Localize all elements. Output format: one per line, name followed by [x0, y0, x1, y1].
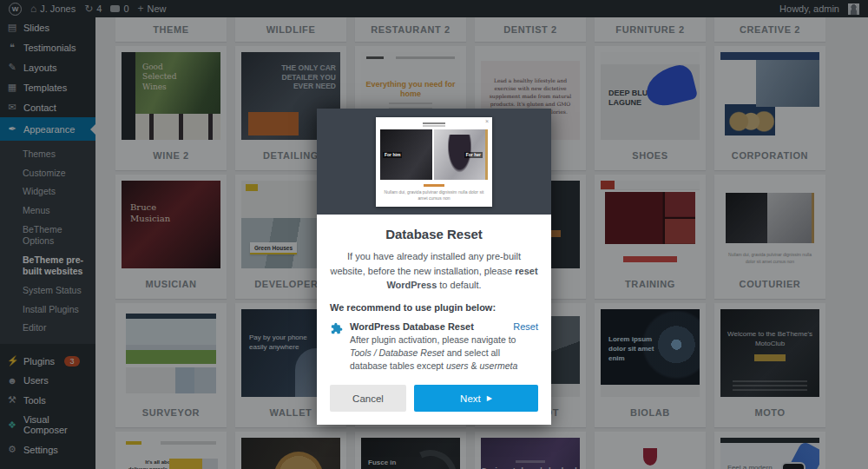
theme-preview-image: × For him For her Nullam dui, gravida pu…	[376, 117, 492, 207]
preview-caption: Nullam dui, gravida pulvinar dignissim n…	[378, 189, 490, 204]
next-arrow-icon: ▶	[487, 395, 492, 402]
plugin-icon	[330, 322, 343, 339]
modal-body: Database Reset If you have already insta…	[317, 215, 551, 425]
wordpress-admin-screen: W ⌂ J. Jones ↻ 4 0 + New Howdy, admin ▤S…	[0, 0, 868, 469]
plugin-row: WordPress Database Reset Reset After plu…	[330, 321, 538, 373]
cancel-button[interactable]: Cancel	[330, 385, 406, 412]
modal-recommend-text: We recommend to use plugin below:	[330, 302, 538, 313]
preview-brand-logo	[423, 122, 445, 127]
next-button[interactable]: Next▶	[414, 385, 538, 412]
for-her-tag: For her	[464, 152, 483, 158]
plugin-name: WordPress Database Reset	[350, 321, 474, 332]
preview-panel-him: For him	[380, 129, 432, 180]
plugin-description: After plugin activation, please navigate…	[350, 334, 538, 373]
modal-title: Database Reset	[330, 227, 538, 241]
preview-panel-her: For her	[434, 129, 489, 180]
for-him-tag: For him	[383, 152, 402, 158]
modal-intro-text: If you have already installed any pre-bu…	[330, 249, 538, 293]
modal-header: × For him For her Nullam dui, gravida pu…	[317, 109, 551, 215]
database-reset-modal: × For him For her Nullam dui, gravida pu…	[317, 109, 551, 425]
reset-link[interactable]: Reset	[513, 321, 538, 332]
close-icon[interactable]: ×	[485, 118, 489, 124]
preview-accent-bar	[424, 184, 444, 187]
